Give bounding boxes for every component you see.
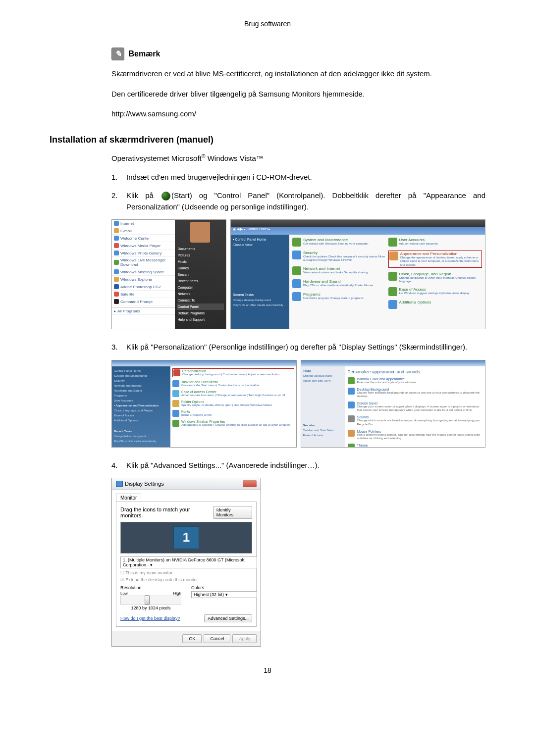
display-settings-screenshot: Display Settings Monitor Drag the icons … <box>111 478 261 647</box>
appearance-personalization-screenshot: Control Panel Home System and Maintenanc… <box>111 360 297 448</box>
monitor-icon <box>116 481 123 487</box>
personalize-screenshot: Tasks Change desktop icons Adjust font s… <box>301 360 486 448</box>
monitor-arrangement-area[interactable]: 1 <box>120 522 252 554</box>
help-link[interactable]: How do I get the best display? <box>120 616 180 621</box>
start-menu-screenshot: Internet E-mail Welcome Center Windows M… <box>111 219 226 329</box>
identify-monitors-button[interactable]: Identify Monitors <box>213 506 252 519</box>
ok-button[interactable]: OK <box>182 634 202 643</box>
extend-desktop-checkbox: ☑ Extend the desktop onto this monitor <box>120 577 252 582</box>
step-2-text: Klik på (Start) og "Control Panel" (Kont… <box>126 190 485 213</box>
step-2-number: 2. <box>111 190 126 213</box>
step-3-text: Klik på "Personalization" (Personlige in… <box>126 341 485 353</box>
section-heading: Installation af skærmdriveren (manuel) <box>50 135 485 145</box>
start-orb-icon <box>161 192 170 201</box>
apply-button[interactable]: Apply <box>232 634 257 643</box>
resolution-label: Resolution: <box>120 585 181 590</box>
close-icon[interactable] <box>243 480 257 487</box>
step-3-number: 3. <box>111 341 126 353</box>
note-url: http://www.samsung.com/ <box>111 108 485 120</box>
os-line: Operativsystemet Microsoft® Windows Vist… <box>111 153 485 162</box>
advanced-settings-button[interactable]: Advanced Settings... <box>204 614 252 622</box>
note-icon: ✎ <box>111 48 124 60</box>
step-1-text: Indsæt cd'en med brugervejledningen i CD… <box>126 171 485 183</box>
monitor-tab[interactable]: Monitor <box>116 494 141 502</box>
page-header: Brug softwaren <box>50 20 485 28</box>
monitor-1-box[interactable]: 1 <box>173 526 199 549</box>
control-panel-screenshot: ◉ ◀ ▶ ▸ Control Panel ▸ • Control Panel … <box>230 219 485 329</box>
colors-selector[interactable]: Highest (32 bit) ▾ <box>191 591 257 598</box>
main-monitor-checkbox: ☐ This is my main monitor <box>120 570 252 575</box>
cancel-button[interactable]: Cancel <box>204 634 230 643</box>
step-4-number: 4. <box>111 459 126 471</box>
page-number: 18 <box>50 666 485 674</box>
drag-text: Drag the icons to match your monitors. <box>120 506 213 518</box>
step-1-number: 1. <box>111 171 126 183</box>
display-settings-title: Display Settings <box>125 481 164 487</box>
resolution-value: 1280 by 1024 pixels <box>120 605 181 610</box>
step-4-text: Klik på "Advanced Settings..." (Avancere… <box>126 459 485 471</box>
note-body-2: Den certificerede driver bliver tilgænge… <box>111 89 485 100</box>
resolution-slider[interactable] <box>120 596 181 605</box>
monitor-selector[interactable]: 1. (Multiple Monitors) on NVIDIA GeForce… <box>120 556 257 568</box>
note-body-1: Skærmdriveren er ved at blive MS-certifi… <box>111 68 485 80</box>
colors-label: Colors: <box>191 585 252 590</box>
note-label: Bemærk <box>128 50 160 58</box>
